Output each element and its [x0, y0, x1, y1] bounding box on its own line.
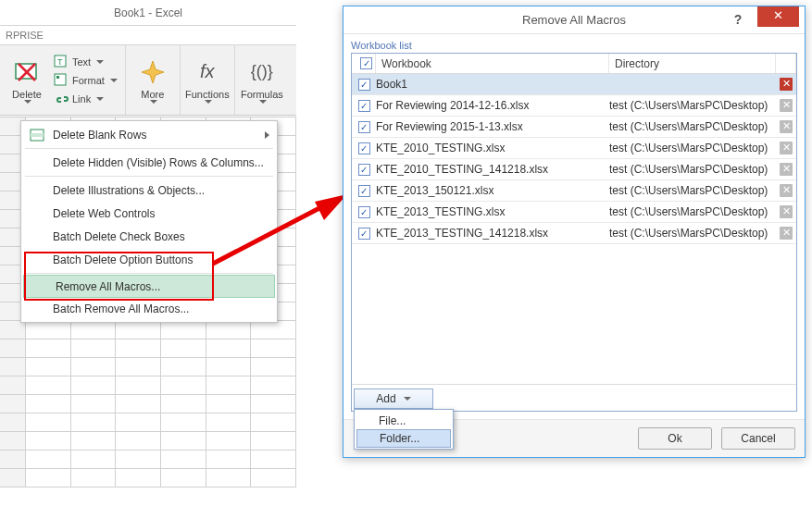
menu-item-remove-all-macros[interactable]: Remove All Macros...	[23, 275, 275, 298]
row-remove-button[interactable]: ✕	[776, 74, 796, 94]
menu-item-delete-blank-rows[interactable]: Delete Blank Rows	[21, 123, 277, 146]
chevron-down-icon	[96, 97, 104, 101]
row-checkbox[interactable]: ✓	[352, 138, 376, 158]
row-checkbox[interactable]: ✓	[352, 180, 376, 201]
row-remove-button[interactable]: ✕	[776, 159, 796, 179]
chevron-down-icon	[110, 79, 118, 82]
add-dropdown-menu: File... Folder...	[354, 409, 454, 450]
row-directory: test (C:\Users\MarsPC\Desktop)	[609, 159, 776, 179]
checkbox-icon	[27, 228, 47, 245]
svg-rect-5	[55, 74, 66, 85]
menu-item-batch-delete-checkboxes[interactable]: Batch Delete Check Boxes	[21, 225, 277, 248]
cancel-button[interactable]: Cancel	[721, 427, 795, 450]
row-remove-button[interactable]: ✕	[776, 117, 796, 137]
separator	[25, 148, 273, 149]
row-workbook: KTE_2010_TESTING_141218.xlsx	[376, 159, 609, 179]
workbook-row[interactable]: ✓KTE_2010_TESTING.xlsxtest (C:\Users\Mar…	[352, 138, 796, 159]
workbook-row[interactable]: ✓For Reviewing 2014-12-16.xlsxtest (C:\U…	[352, 95, 796, 117]
row-directory: test (C:\Users\MarsPC\Desktop)	[609, 202, 776, 222]
menu-item-batch-delete-option-buttons[interactable]: Batch Delete Option Buttons	[21, 248, 277, 271]
row-remove-button[interactable]: ✕	[776, 223, 796, 243]
workbook-row[interactable]: ✓KTE_2013_TESTING.xlsxtest (C:\Users\Mar…	[352, 202, 796, 223]
svg-text:T: T	[57, 57, 63, 67]
row-checkbox[interactable]: ✓	[352, 117, 376, 137]
row-workbook: KTE_2013_150121.xlsx	[376, 180, 609, 201]
row-checkbox[interactable]: ✓	[352, 202, 376, 222]
workbook-row[interactable]: ✓Book1✕	[352, 74, 796, 95]
formulas-button[interactable]: {()} Formulas	[241, 57, 283, 104]
workbook-list-header: ✓ Workbook Directory	[352, 54, 796, 74]
row-checkbox[interactable]: ✓	[352, 74, 376, 94]
menu-item-batch-remove-all-macros[interactable]: Batch Remove All Macros...	[21, 297, 277, 320]
rows-icon	[27, 127, 47, 143]
header-workbook[interactable]: Workbook	[376, 54, 609, 73]
separator	[25, 176, 273, 177]
svg-rect-9	[31, 133, 44, 137]
ribbon-group-cells: Delete T Text Format Link	[0, 45, 126, 115]
separator	[25, 273, 273, 274]
text-button[interactable]: T Text	[52, 54, 119, 70]
ribbon-tab-strip[interactable]: RPRISE	[0, 26, 296, 45]
chevron-right-icon	[265, 131, 269, 139]
add-menu-file[interactable]: File...	[355, 412, 453, 430]
workbook-row[interactable]: ✓KTE_2010_TESTING_141218.xlsxtest (C:\Us…	[352, 159, 796, 180]
add-button[interactable]: Add	[354, 389, 433, 409]
add-button-label: Add	[376, 392, 395, 405]
menu-item-label: Delete Illustrations & Objects...	[53, 184, 205, 197]
row-workbook: KTE_2010_TESTING.xlsx	[376, 138, 609, 158]
close-button[interactable]: ✕	[757, 6, 799, 27]
ribbon-group-more: More	[126, 45, 181, 115]
help-button[interactable]: ?	[719, 6, 756, 32]
row-directory: test (C:\Users\MarsPC\Desktop)	[609, 223, 776, 243]
menu-item-label: Batch Remove All Macros...	[53, 302, 189, 315]
excel-title: Book1 - Excel	[0, 0, 296, 26]
row-remove-button[interactable]: ✕	[776, 180, 796, 201]
format-button[interactable]: Format	[52, 72, 119, 89]
ok-button[interactable]: Ok	[638, 427, 712, 450]
chevron-down-icon	[150, 100, 157, 104]
ribbon-group-functions: fx Functions	[181, 45, 235, 115]
row-checkbox[interactable]: ✓	[352, 223, 376, 243]
chevron-down-icon	[24, 100, 31, 104]
header-directory[interactable]: Directory	[609, 54, 776, 73]
workbook-row[interactable]: ✓KTE_2013_150121.xlsxtest (C:\Users\Mars…	[352, 180, 796, 202]
delete-button[interactable]: Delete	[6, 57, 48, 104]
delete-label: Delete	[12, 89, 42, 100]
chevron-down-icon	[205, 100, 212, 104]
text-icon: T	[54, 55, 69, 69]
chevron-down-icon	[404, 397, 411, 401]
sparkle-icon	[138, 57, 168, 87]
menu-item-delete-hidden[interactable]: Delete Hidden (Visible) Rows & Columns..…	[21, 151, 277, 174]
workbook-row[interactable]: ✓KTE_2013_TESTING_141218.xlsxtest (C:\Us…	[352, 223, 796, 244]
row-remove-button[interactable]: ✕	[776, 138, 796, 158]
radio-icon	[27, 252, 47, 268]
link-button[interactable]: Link	[52, 91, 119, 107]
workbook-list: ✓ Workbook Directory ✓Book1✕✓For Reviewi…	[351, 53, 797, 412]
objects-icon	[27, 182, 47, 199]
menu-item-delete-web-controls[interactable]: Delete Web Controls	[21, 202, 277, 225]
chevron-down-icon	[259, 100, 267, 104]
menu-item-label: Delete Web Controls	[53, 207, 156, 220]
row-checkbox[interactable]: ✓	[352, 95, 376, 116]
fx-icon: fx	[193, 57, 222, 87]
add-menu-folder[interactable]: Folder...	[356, 429, 451, 448]
dialog-title: Remove All Macros	[522, 13, 626, 27]
row-remove-button[interactable]: ✕	[776, 202, 796, 222]
functions-button[interactable]: fx Functions	[186, 57, 229, 104]
ribbon: Delete T Text Format Link	[0, 45, 296, 116]
row-checkbox[interactable]: ✓	[352, 159, 376, 179]
format-icon	[54, 73, 69, 88]
header-checkbox[interactable]: ✓	[352, 54, 376, 73]
menu-item-label: Batch Delete Option Buttons	[53, 253, 193, 266]
dialog-titlebar[interactable]: Remove All Macros ? ✕	[344, 6, 805, 34]
workbook-row[interactable]: ✓For Reviewing 2015-1-13.xlsxtest (C:\Us…	[352, 117, 796, 138]
row-remove-button[interactable]: ✕	[776, 95, 796, 116]
svg-rect-6	[56, 76, 59, 79]
macro-icon	[30, 278, 50, 295]
more-button[interactable]: More	[131, 57, 174, 104]
row-directory: test (C:\Users\MarsPC\Desktop)	[609, 95, 776, 116]
menu-item-delete-illustrations[interactable]: Delete Illustrations & Objects...	[21, 179, 277, 202]
svg-marker-7	[142, 61, 164, 83]
excel-window: Book1 - Excel RPRISE Delete T Text Forma…	[0, 0, 296, 116]
remove-all-macros-dialog: Remove All Macros ? ✕ Workbook list ✓ Wo…	[343, 6, 806, 458]
